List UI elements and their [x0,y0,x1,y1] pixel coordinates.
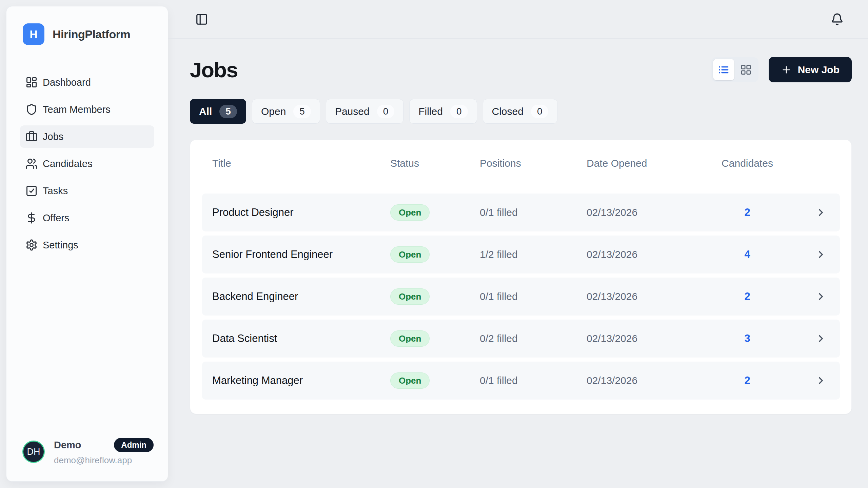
filter-label: Paused [335,106,370,117]
job-status-cell: Open [390,204,480,221]
sidebar: H HiringPlatform Dashboard Team Members … [6,6,168,482]
table-body: Product Designer Open 0/1 filled 02/13/2… [202,194,840,400]
job-title: Senior Frontend Engineer [202,248,390,261]
brand-logo: H [23,23,44,45]
filter-label: Filled [418,106,443,117]
notifications-button[interactable] [831,13,844,26]
job-candidates-count[interactable]: 2 [693,374,802,387]
job-row[interactable]: Data Scientist Open 0/2 filled 02/13/202… [202,320,840,358]
job-title: Backend Engineer [202,290,390,303]
sidebar-item-candidates[interactable]: Candidates [20,152,154,175]
job-positions: 0/1 filled [480,375,587,386]
grid-icon [740,64,752,76]
plus-icon [781,64,792,75]
filter-label: All [199,106,212,117]
app-root: H HiringPlatform Dashboard Team Members … [0,0,868,488]
job-title: Marketing Manager [202,374,390,387]
job-positions: 0/1 filled [480,207,587,218]
status-badge: Open [390,246,430,263]
briefcase-icon [25,130,38,143]
table-header-row: Title Status Positions Date Opened Candi… [202,151,840,175]
sidebar-item-jobs[interactable]: Jobs [20,125,154,148]
sidebar-item-label: Jobs [43,131,63,142]
sidebar-item-label: Tasks [43,185,68,197]
list-icon [718,64,729,76]
bell-icon [831,13,844,26]
column-positions: Positions [480,158,587,169]
filter-open[interactable]: Open 5 [252,99,320,124]
chevron-right-icon [815,249,827,260]
settings-icon [25,239,38,251]
sidebar-toggle-button[interactable] [195,13,208,26]
new-job-label: New Job [798,64,840,76]
filter-paused[interactable]: Paused 0 [326,99,403,124]
user-profile[interactable]: DH Demo Admin demo@hireflow.app [22,438,154,466]
sidebar-item-tasks[interactable]: Tasks [20,180,154,202]
job-open-action[interactable] [802,333,840,344]
job-date-opened: 02/13/2026 [587,375,693,386]
column-status: Status [390,158,480,169]
column-date-opened: Date Opened [587,158,693,169]
status-filters: All 5 Open 5 Paused 0 Filled 0 Closed 0 [190,99,852,124]
avatar: DH [22,441,45,463]
grid-view-button[interactable] [735,59,757,80]
view-toggle [711,57,758,82]
job-title: Product Designer [202,206,390,219]
job-candidates-count[interactable]: 3 [693,332,802,345]
sidebar-item-settings[interactable]: Settings [20,234,154,256]
job-date-opened: 02/13/2026 [587,207,693,218]
avatar-initials: DH [27,447,40,457]
page-title: Jobs [190,58,238,82]
sidebar-item-dashboard[interactable]: Dashboard [20,71,154,94]
job-row[interactable]: Backend Engineer Open 0/1 filled 02/13/2… [202,278,840,316]
sidebar-item-label: Offers [43,212,69,224]
filter-count-badge: 0 [450,105,468,118]
jobs-table-card: Title Status Positions Date Opened Candi… [190,140,852,414]
brand: H HiringPlatform [23,23,154,45]
filter-all[interactable]: All 5 [190,99,246,124]
dashboard-icon [25,76,38,88]
filter-filled[interactable]: Filled 0 [409,99,477,124]
chevron-right-icon [815,207,827,218]
job-status-cell: Open [390,372,480,389]
job-candidates-count[interactable]: 4 [693,248,802,261]
job-open-action[interactable] [802,249,840,260]
page-header: Jobs New Job [190,57,852,82]
job-status-cell: Open [390,330,480,347]
sidebar-item-label: Team Members [43,104,111,115]
status-badge: Open [390,288,430,305]
filter-count-badge: 5 [219,105,237,118]
sidebar-item-label: Settings [43,240,78,251]
filter-closed[interactable]: Closed 0 [483,99,558,124]
dollar-icon [25,212,38,224]
sidebar-item-offers[interactable]: Offers [20,207,154,229]
user-name: Demo [54,440,81,451]
sidebar-item-label: Candidates [43,158,93,169]
list-view-button[interactable] [713,59,734,80]
shield-icon [25,103,38,116]
job-row[interactable]: Marketing Manager Open 0/1 filled 02/13/… [202,362,840,400]
filter-label: Open [261,106,286,117]
job-candidates-count[interactable]: 2 [693,290,802,303]
chevron-right-icon [815,375,827,386]
column-title: Title [202,158,390,169]
user-top-row: Demo Admin [54,438,154,452]
role-badge: Admin [114,438,154,452]
job-date-opened: 02/13/2026 [587,333,693,344]
filter-count-badge: 5 [293,105,311,118]
job-open-action[interactable] [802,291,840,302]
filter-count-badge: 0 [531,105,549,118]
job-row[interactable]: Senior Frontend Engineer Open 1/2 filled… [202,236,840,273]
job-open-action[interactable] [802,375,840,386]
new-job-button[interactable]: New Job [769,57,852,82]
job-open-action[interactable] [802,207,840,218]
job-status-cell: Open [390,246,480,263]
brand-logo-letter: H [29,28,37,41]
job-candidates-count[interactable]: 2 [693,206,802,219]
sidebar-item-team-members[interactable]: Team Members [20,98,154,121]
users-icon [25,158,38,170]
tasks-icon [25,185,38,197]
job-positions: 1/2 filled [480,249,587,260]
job-status-cell: Open [390,288,480,305]
job-row[interactable]: Product Designer Open 0/1 filled 02/13/2… [202,194,840,231]
